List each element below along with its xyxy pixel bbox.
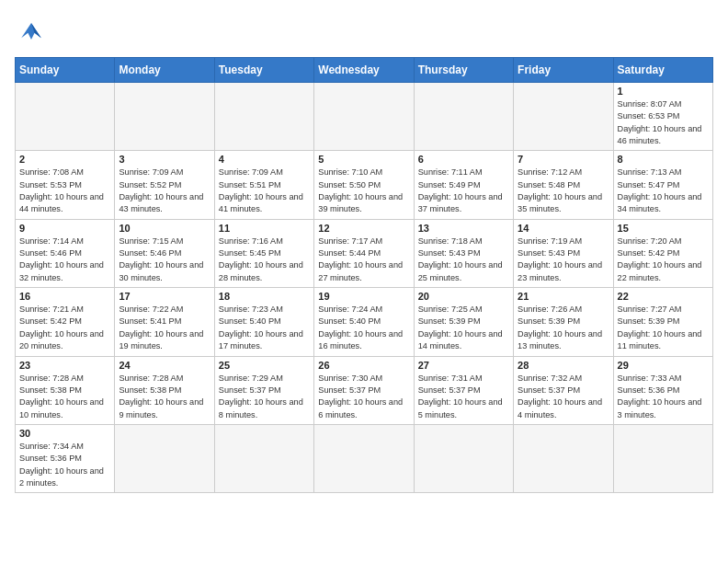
calendar-cell: 28Sunrise: 7:32 AM Sunset: 5:37 PM Dayli… [514, 356, 613, 424]
calendar-cell [214, 83, 313, 151]
calendar-header-tuesday: Tuesday [214, 58, 313, 83]
day-number: 22 [618, 291, 709, 302]
calendar-cell [214, 424, 313, 492]
calendar-cell: 17Sunrise: 7:22 AM Sunset: 5:41 PM Dayli… [115, 288, 214, 356]
calendar-cell: 5Sunrise: 7:10 AM Sunset: 5:50 PM Daylig… [314, 151, 414, 219]
day-number: 24 [119, 360, 210, 371]
calendar-cell [115, 424, 214, 492]
day-info: Sunrise: 7:23 AM Sunset: 5:40 PM Dayligh… [219, 304, 310, 352]
calendar-cell: 6Sunrise: 7:11 AM Sunset: 5:49 PM Daylig… [414, 151, 513, 219]
calendar-cell [16, 83, 115, 151]
day-info: Sunrise: 8:07 AM Sunset: 6:53 PM Dayligh… [618, 98, 709, 147]
calendar-cell: 29Sunrise: 7:33 AM Sunset: 5:36 PM Dayli… [613, 356, 712, 424]
calendar-cell: 21Sunrise: 7:26 AM Sunset: 5:39 PM Dayli… [514, 288, 613, 356]
day-info: Sunrise: 7:17 AM Sunset: 5:44 PM Dayligh… [318, 236, 409, 284]
day-number: 3 [119, 154, 210, 165]
calendar-header-sunday: Sunday [16, 58, 115, 83]
day-info: Sunrise: 7:14 AM Sunset: 5:46 PM Dayligh… [19, 236, 110, 284]
calendar-week-3: 16Sunrise: 7:21 AM Sunset: 5:42 PM Dayli… [16, 288, 713, 356]
day-info: Sunrise: 7:13 AM Sunset: 5:47 PM Dayligh… [618, 167, 709, 215]
calendar-cell [414, 424, 513, 492]
day-info: Sunrise: 7:20 AM Sunset: 5:42 PM Dayligh… [618, 236, 709, 284]
calendar-cell: 9Sunrise: 7:14 AM Sunset: 5:46 PM Daylig… [16, 219, 115, 287]
calendar-header-thursday: Thursday [414, 58, 513, 83]
calendar-cell [613, 424, 712, 492]
day-info: Sunrise: 7:32 AM Sunset: 5:37 PM Dayligh… [518, 373, 609, 421]
calendar-cell [314, 424, 414, 492]
header [15, 15, 713, 48]
calendar-cell: 25Sunrise: 7:29 AM Sunset: 5:37 PM Dayli… [214, 356, 313, 424]
day-number: 2 [19, 154, 110, 165]
calendar-week-5: 30Sunrise: 7:34 AM Sunset: 5:36 PM Dayli… [16, 424, 713, 492]
day-info: Sunrise: 7:09 AM Sunset: 5:51 PM Dayligh… [219, 167, 310, 215]
calendar-header-row: SundayMondayTuesdayWednesdayThursdayFrid… [16, 58, 713, 83]
day-number: 21 [518, 291, 609, 302]
day-number: 1 [618, 86, 709, 97]
calendar-cell: 11Sunrise: 7:16 AM Sunset: 5:45 PM Dayli… [214, 219, 313, 287]
day-number: 28 [518, 360, 609, 371]
day-number: 14 [518, 223, 609, 234]
day-info: Sunrise: 7:11 AM Sunset: 5:49 PM Dayligh… [418, 167, 509, 215]
calendar-header-monday: Monday [115, 58, 214, 83]
calendar-cell: 14Sunrise: 7:19 AM Sunset: 5:43 PM Dayli… [514, 219, 613, 287]
day-info: Sunrise: 7:33 AM Sunset: 5:36 PM Dayligh… [618, 373, 709, 421]
calendar-cell: 26Sunrise: 7:30 AM Sunset: 5:37 PM Dayli… [314, 356, 414, 424]
calendar-cell: 10Sunrise: 7:15 AM Sunset: 5:46 PM Dayli… [115, 219, 214, 287]
day-info: Sunrise: 7:30 AM Sunset: 5:37 PM Dayligh… [318, 373, 409, 421]
calendar-cell: 20Sunrise: 7:25 AM Sunset: 5:39 PM Dayli… [414, 288, 513, 356]
day-number: 10 [119, 223, 210, 234]
day-number: 30 [19, 428, 110, 439]
day-info: Sunrise: 7:27 AM Sunset: 5:39 PM Dayligh… [618, 304, 709, 352]
day-info: Sunrise: 7:24 AM Sunset: 5:40 PM Dayligh… [318, 304, 409, 352]
calendar-cell: 15Sunrise: 7:20 AM Sunset: 5:42 PM Dayli… [613, 219, 712, 287]
calendar-cell: 7Sunrise: 7:12 AM Sunset: 5:48 PM Daylig… [514, 151, 613, 219]
svg-marker-0 [21, 23, 41, 40]
logo [15, 15, 51, 48]
day-number: 18 [219, 291, 310, 302]
calendar-cell: 18Sunrise: 7:23 AM Sunset: 5:40 PM Dayli… [214, 288, 313, 356]
calendar-header-wednesday: Wednesday [314, 58, 414, 83]
calendar-week-1: 2Sunrise: 7:08 AM Sunset: 5:53 PM Daylig… [16, 151, 713, 219]
day-info: Sunrise: 7:16 AM Sunset: 5:45 PM Dayligh… [219, 236, 310, 284]
calendar-cell [115, 83, 214, 151]
day-info: Sunrise: 7:12 AM Sunset: 5:48 PM Dayligh… [518, 167, 609, 215]
calendar: SundayMondayTuesdayWednesdayThursdayFrid… [15, 57, 713, 493]
day-info: Sunrise: 7:18 AM Sunset: 5:43 PM Dayligh… [418, 236, 509, 284]
day-number: 11 [219, 223, 310, 234]
calendar-cell [314, 83, 414, 151]
day-number: 23 [19, 360, 110, 371]
day-number: 4 [219, 154, 310, 165]
day-number: 8 [618, 154, 709, 165]
day-info: Sunrise: 7:08 AM Sunset: 5:53 PM Dayligh… [19, 167, 110, 215]
day-number: 5 [318, 154, 409, 165]
day-number: 6 [418, 154, 509, 165]
day-number: 17 [119, 291, 210, 302]
calendar-cell: 27Sunrise: 7:31 AM Sunset: 5:37 PM Dayli… [414, 356, 513, 424]
calendar-cell: 3Sunrise: 7:09 AM Sunset: 5:52 PM Daylig… [115, 151, 214, 219]
calendar-cell [514, 83, 613, 151]
calendar-header-saturday: Saturday [613, 58, 712, 83]
day-number: 25 [219, 360, 310, 371]
day-number: 16 [19, 291, 110, 302]
calendar-cell [414, 83, 513, 151]
day-info: Sunrise: 7:22 AM Sunset: 5:41 PM Dayligh… [119, 304, 210, 352]
day-info: Sunrise: 7:29 AM Sunset: 5:37 PM Dayligh… [219, 373, 310, 421]
calendar-cell: 12Sunrise: 7:17 AM Sunset: 5:44 PM Dayli… [314, 219, 414, 287]
day-info: Sunrise: 7:31 AM Sunset: 5:37 PM Dayligh… [418, 373, 509, 421]
day-number: 27 [418, 360, 509, 371]
calendar-cell: 23Sunrise: 7:28 AM Sunset: 5:38 PM Dayli… [16, 356, 115, 424]
calendar-week-4: 23Sunrise: 7:28 AM Sunset: 5:38 PM Dayli… [16, 356, 713, 424]
calendar-cell: 22Sunrise: 7:27 AM Sunset: 5:39 PM Dayli… [613, 288, 712, 356]
calendar-week-2: 9Sunrise: 7:14 AM Sunset: 5:46 PM Daylig… [16, 219, 713, 287]
calendar-cell: 1Sunrise: 8:07 AM Sunset: 6:53 PM Daylig… [613, 83, 712, 151]
calendar-cell: 8Sunrise: 7:13 AM Sunset: 5:47 PM Daylig… [613, 151, 712, 219]
day-info: Sunrise: 7:25 AM Sunset: 5:39 PM Dayligh… [418, 304, 509, 352]
day-number: 19 [318, 291, 409, 302]
day-info: Sunrise: 7:09 AM Sunset: 5:52 PM Dayligh… [119, 167, 210, 215]
day-info: Sunrise: 7:28 AM Sunset: 5:38 PM Dayligh… [119, 373, 210, 421]
calendar-week-0: 1Sunrise: 8:07 AM Sunset: 6:53 PM Daylig… [16, 83, 713, 151]
calendar-cell: 2Sunrise: 7:08 AM Sunset: 5:53 PM Daylig… [16, 151, 115, 219]
calendar-cell: 30Sunrise: 7:34 AM Sunset: 5:36 PM Dayli… [16, 424, 115, 492]
day-number: 15 [618, 223, 709, 234]
calendar-cell: 13Sunrise: 7:18 AM Sunset: 5:43 PM Dayli… [414, 219, 513, 287]
